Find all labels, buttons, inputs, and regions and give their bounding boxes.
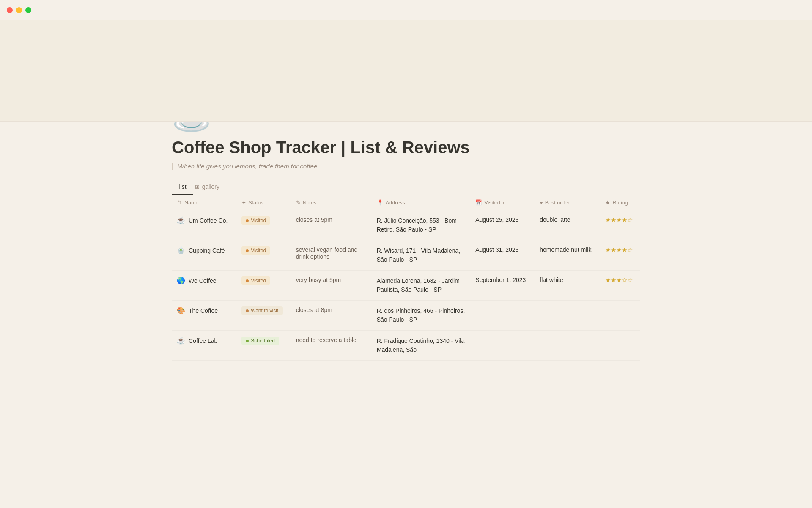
row-name: Coffee Lab bbox=[189, 337, 217, 344]
address-col-icon: 📍 bbox=[377, 199, 384, 206]
cover-image bbox=[0, 20, 812, 122]
star-rating: ★★★★☆ bbox=[605, 246, 633, 254]
row-emoji: 🎨 bbox=[177, 306, 185, 315]
table-row[interactable]: 🎨The CoffeeWant to visitcloses at 8pmR. … bbox=[172, 301, 640, 331]
status-dot bbox=[246, 249, 249, 252]
notes-col-icon: ✎ bbox=[296, 199, 301, 206]
tab-gallery[interactable]: ⊞ gallery bbox=[193, 180, 226, 195]
star-rating: ★★★★☆ bbox=[605, 216, 633, 224]
status-label: Visited bbox=[251, 248, 266, 254]
cell-visited-in: September 1, 2023 bbox=[470, 271, 535, 301]
row-name: Cupping Café bbox=[189, 247, 225, 254]
status-dot bbox=[246, 279, 249, 282]
cell-best-order: homemade nut milk bbox=[535, 240, 600, 271]
table-row[interactable]: 🍵Cupping CaféVisitedseveral vegan food a… bbox=[172, 240, 640, 271]
cell-status: Visited bbox=[236, 210, 291, 240]
titlebar bbox=[0, 0, 812, 20]
name-col-icon: 🗒 bbox=[177, 200, 182, 206]
status-badge: Visited bbox=[241, 216, 270, 225]
page-content: ☕ Coffee Shop Tracker | List & Reviews W… bbox=[131, 97, 681, 386]
status-badge: Visited bbox=[241, 246, 270, 255]
cell-address: R. dos Pinheiros, 466 - Pinheiros, São P… bbox=[372, 301, 471, 331]
col-notes[interactable]: ✎ Notes bbox=[291, 195, 372, 210]
cell-notes: closes at 8pm bbox=[291, 301, 372, 331]
star-rating: ★★★☆☆ bbox=[605, 276, 633, 284]
cell-name: 🌎We Coffee bbox=[172, 271, 236, 301]
cell-notes: several vegan food and drink options bbox=[291, 240, 372, 271]
cell-notes: need to reserve a table bbox=[291, 331, 372, 361]
table-row[interactable]: ☕Um Coffee Co.Visitedcloses at 5pmR. Júl… bbox=[172, 210, 640, 240]
col-status[interactable]: ✦ Status bbox=[236, 195, 291, 210]
status-label: Scheduled bbox=[251, 338, 275, 344]
cell-visited-in bbox=[470, 301, 535, 331]
cell-status: Want to visit bbox=[236, 301, 291, 331]
table-row[interactable]: ☕Coffee LabScheduledneed to reserve a ta… bbox=[172, 331, 640, 361]
cell-name: ☕Coffee Lab bbox=[172, 331, 236, 361]
status-label: Visited bbox=[251, 278, 266, 284]
cell-rating: ★★★☆☆ bbox=[600, 271, 640, 301]
table-header-row: 🗒 Name ✦ Status ✎ Notes bbox=[172, 195, 640, 210]
status-label: Want to visit bbox=[251, 308, 278, 314]
cell-rating bbox=[600, 331, 640, 361]
page-title: Coffee Shop Tracker | List & Reviews bbox=[172, 137, 640, 157]
minimize-button[interactable] bbox=[16, 7, 22, 13]
cell-address: R. Wisard, 171 - Vila Madalena, São Paul… bbox=[372, 240, 471, 271]
status-badge: Want to visit bbox=[241, 306, 283, 315]
status-dot bbox=[246, 340, 249, 342]
cell-visited-in: August 25, 2023 bbox=[470, 210, 535, 240]
close-button[interactable] bbox=[7, 7, 13, 13]
cell-rating bbox=[600, 301, 640, 331]
cell-name: ☕Um Coffee Co. bbox=[172, 210, 236, 240]
cell-name: 🍵Cupping Café bbox=[172, 240, 236, 271]
page-quote: When life gives you lemons, trade them f… bbox=[172, 163, 640, 170]
cell-best-order bbox=[535, 331, 600, 361]
gallery-icon: ⊞ bbox=[195, 184, 200, 190]
cell-notes: closes at 5pm bbox=[291, 210, 372, 240]
cell-best-order bbox=[535, 301, 600, 331]
cell-name: 🎨The Coffee bbox=[172, 301, 236, 331]
cell-status: Visited bbox=[236, 271, 291, 301]
row-name: We Coffee bbox=[189, 277, 217, 284]
cell-best-order: double latte bbox=[535, 210, 600, 240]
status-dot bbox=[246, 219, 249, 222]
cell-rating: ★★★★☆ bbox=[600, 240, 640, 271]
maximize-button[interactable] bbox=[25, 7, 31, 13]
rating-col-icon: ★ bbox=[605, 199, 610, 206]
row-name: Um Coffee Co. bbox=[189, 217, 228, 224]
table-row[interactable]: 🌎We CoffeeVisitedvery busy at 5pmAlameda… bbox=[172, 271, 640, 301]
coffee-table: 🗒 Name ✦ Status ✎ Notes bbox=[172, 195, 640, 361]
col-rating[interactable]: ★ Rating bbox=[600, 195, 640, 210]
cell-status: Visited bbox=[236, 240, 291, 271]
cell-address: R. Fradique Coutinho, 1340 - Vila Madale… bbox=[372, 331, 471, 361]
cell-notes: very busy at 5pm bbox=[291, 271, 372, 301]
list-icon: ≡ bbox=[173, 184, 177, 190]
status-label: Visited bbox=[251, 218, 266, 224]
tab-list-label: list bbox=[179, 183, 187, 190]
status-badge: Visited bbox=[241, 276, 270, 285]
cell-address: R. Júlio Conceição, 553 - Bom Retiro, Sã… bbox=[372, 210, 471, 240]
col-name[interactable]: 🗒 Name bbox=[172, 195, 236, 210]
status-badge: Scheduled bbox=[241, 337, 279, 345]
cell-visited-in bbox=[470, 331, 535, 361]
tabs-bar: ≡ list ⊞ gallery bbox=[172, 180, 640, 195]
col-visited-in[interactable]: 📅 Visited in bbox=[470, 195, 535, 210]
visited-col-icon: 📅 bbox=[475, 199, 482, 206]
col-best-order[interactable]: ♥ Best order bbox=[535, 195, 600, 210]
row-emoji: ☕ bbox=[177, 337, 185, 345]
cell-status: Scheduled bbox=[236, 331, 291, 361]
cell-best-order: flat white bbox=[535, 271, 600, 301]
cell-visited-in: August 31, 2023 bbox=[470, 240, 535, 271]
row-emoji: 🌎 bbox=[177, 276, 185, 284]
col-address[interactable]: 📍 Address bbox=[372, 195, 471, 210]
best-order-col-icon: ♥ bbox=[540, 200, 543, 206]
row-name: The Coffee bbox=[189, 307, 218, 314]
row-emoji: 🍵 bbox=[177, 246, 185, 254]
row-emoji: ☕ bbox=[177, 216, 185, 224]
tab-gallery-label: gallery bbox=[202, 183, 219, 190]
cell-address: Alameda Lorena, 1682 - Jardim Paulista, … bbox=[372, 271, 471, 301]
status-dot bbox=[246, 309, 249, 312]
tab-list[interactable]: ≡ list bbox=[172, 180, 193, 195]
status-col-icon: ✦ bbox=[241, 199, 246, 206]
cell-rating: ★★★★☆ bbox=[600, 210, 640, 240]
